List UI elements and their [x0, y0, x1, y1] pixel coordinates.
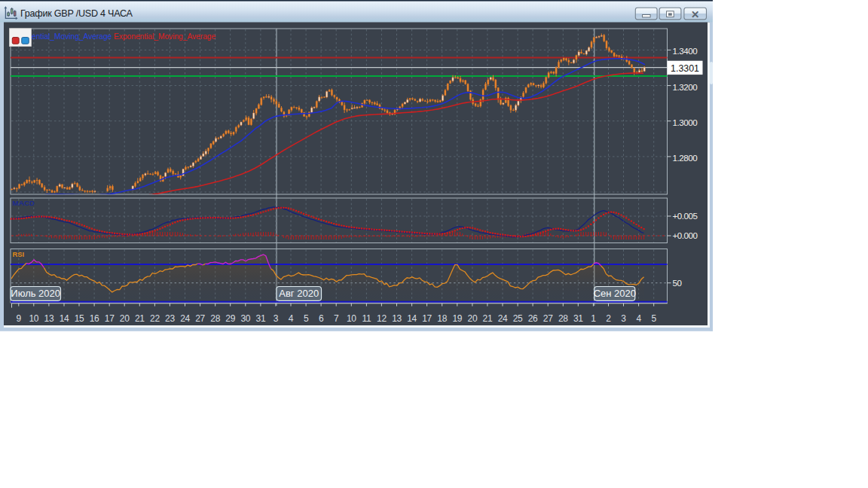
svg-text:30: 30 [240, 313, 250, 324]
svg-text:20: 20 [468, 313, 478, 324]
svg-text:21: 21 [135, 313, 145, 324]
svg-text:2: 2 [606, 313, 611, 324]
svg-text:3: 3 [621, 313, 626, 324]
svg-text:28: 28 [210, 313, 220, 324]
svg-text:1.3000: 1.3000 [673, 117, 698, 127]
svg-text:31: 31 [573, 313, 583, 324]
svg-text:Сен 2020: Сен 2020 [594, 288, 636, 299]
svg-text:23: 23 [165, 313, 175, 324]
svg-text:Exponential_Moving_Average: Exponential_Moving_Average [114, 32, 216, 41]
svg-text:26: 26 [528, 313, 538, 324]
svg-text:13: 13 [392, 313, 402, 324]
svg-text:График GBP /USD 4 ЧАСА: График GBP /USD 4 ЧАСА [20, 8, 133, 19]
svg-text:4: 4 [636, 313, 641, 324]
svg-text:22: 22 [150, 313, 160, 324]
svg-text:20: 20 [120, 313, 130, 324]
svg-text:11: 11 [362, 313, 371, 324]
svg-text:25: 25 [513, 313, 523, 324]
svg-text:27: 27 [543, 313, 553, 324]
svg-text:✕: ✕ [691, 9, 699, 20]
svg-text:+0.005: +0.005 [673, 211, 698, 221]
svg-text:9: 9 [17, 313, 22, 324]
svg-text:1.2800: 1.2800 [673, 153, 698, 163]
svg-text:ential_Moving_Average: ential_Moving_Average [32, 32, 112, 41]
svg-text:10: 10 [29, 313, 38, 324]
svg-text:24: 24 [498, 313, 508, 324]
svg-text:Июль 2020: Июль 2020 [11, 288, 60, 299]
svg-text:29: 29 [225, 313, 235, 324]
svg-text:5: 5 [304, 313, 309, 324]
svg-text:24: 24 [180, 313, 190, 324]
svg-text:14: 14 [407, 313, 417, 324]
svg-text:10: 10 [347, 313, 356, 324]
svg-text:16: 16 [90, 313, 99, 324]
svg-text:7: 7 [334, 313, 339, 324]
svg-text:18: 18 [437, 313, 447, 324]
svg-text:27: 27 [195, 313, 205, 324]
svg-text:+0.000: +0.000 [673, 230, 698, 240]
svg-text:17: 17 [105, 313, 115, 324]
svg-text:1.3301: 1.3301 [671, 63, 699, 74]
svg-text:1: 1 [591, 313, 596, 324]
svg-text:14: 14 [60, 313, 69, 324]
svg-text:3: 3 [274, 313, 279, 324]
svg-text:12: 12 [377, 313, 387, 324]
svg-text:4: 4 [289, 313, 294, 324]
svg-text:RSI: RSI [13, 251, 25, 258]
svg-text:31: 31 [256, 313, 266, 324]
svg-text:19: 19 [452, 313, 462, 324]
svg-text:21: 21 [483, 313, 493, 324]
svg-text:1.3200: 1.3200 [673, 82, 698, 92]
svg-text:6: 6 [319, 313, 324, 324]
svg-text:17: 17 [422, 313, 432, 324]
svg-text:5: 5 [652, 313, 657, 324]
svg-text:13: 13 [44, 313, 54, 324]
svg-text:Авг 2020: Авг 2020 [279, 288, 319, 299]
svg-text:1.3400: 1.3400 [673, 46, 698, 56]
svg-text:MACD: MACD [13, 199, 35, 207]
svg-text:50: 50 [673, 278, 682, 288]
svg-text:28: 28 [558, 313, 568, 324]
svg-text:15: 15 [75, 313, 84, 324]
